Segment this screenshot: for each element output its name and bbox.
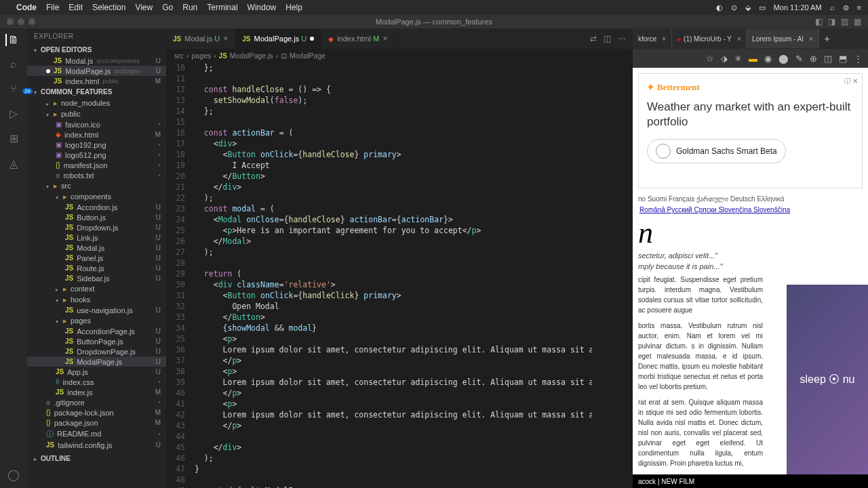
file-item[interactable]: JSDropdownPage.jsU	[27, 346, 166, 357]
search-icon[interactable]: ⌕	[10, 58, 17, 70]
scm-icon[interactable]: ⑂26	[10, 83, 17, 95]
language-links[interactable]: Română Русский Српски Slovenčina Slovenš…	[633, 205, 868, 216]
debug-icon[interactable]: ▷	[9, 107, 18, 120]
browser-tab[interactable]: ▸(1) MicroUrb - Y×	[672, 29, 747, 48]
file-item[interactable]: JStailwind.config.jsU	[27, 440, 166, 450]
folder-item[interactable]: ▸components	[27, 191, 166, 202]
bottom-ad[interactable]: acock | NEW FILM	[633, 474, 868, 488]
status-icon[interactable]: ◐	[716, 3, 723, 12]
file-item[interactable]: ▣logo192.png•	[27, 140, 166, 150]
ext-icon[interactable]: ⬒	[839, 54, 847, 64]
ext-icon[interactable]: ⬤	[778, 54, 789, 64]
browser-tab[interactable]: kforce×	[633, 29, 672, 48]
open-editor-item[interactable]: JSModalPage.jssrc/pagesU	[27, 66, 166, 76]
open-editor-item[interactable]: JSModal.jssrc/componentsU	[27, 56, 166, 66]
open-editor-item[interactable]: JSindex.htmlpublicM	[27, 76, 166, 86]
browser-page[interactable]: ⓘ ✕ ✦Betterment Weather any market with …	[633, 68, 868, 488]
outline-section[interactable]: OUTLINE	[27, 453, 166, 464]
file-item[interactable]: ≡.gitignore•	[27, 397, 166, 407]
minimap[interactable]	[592, 62, 633, 488]
folder-item[interactable]: ▸pages	[27, 315, 166, 326]
file-item[interactable]: JSSidebar.jsU	[27, 273, 166, 283]
compare-icon[interactable]: ⇄	[590, 34, 597, 43]
ext-icon[interactable]: ⊕	[810, 54, 817, 64]
wifi-icon[interactable]: ⬙	[745, 3, 751, 12]
clock[interactable]: Mon 11:20 AM	[774, 3, 822, 12]
extensions-icon[interactable]: ⊞	[9, 132, 18, 145]
file-item[interactable]: JSLink.jsU	[27, 232, 166, 243]
account-icon[interactable]: ◯	[7, 468, 20, 481]
editor-tab[interactable]: JSModal.js U×	[166, 28, 235, 49]
battery-icon[interactable]: ▭	[759, 3, 766, 12]
editor-tab[interactable]: JSModalPage.js U	[235, 28, 321, 49]
menu-window[interactable]: Window	[248, 3, 277, 12]
file-item[interactable]: ≡robots.txt•	[27, 170, 166, 180]
folder-item[interactable]: ▸hooks	[27, 294, 166, 305]
browser-tab[interactable]: Lorem Ipsum - Al×	[747, 29, 818, 48]
menu-terminal[interactable]: Terminal	[207, 3, 237, 12]
breadcrumb[interactable]: src › pages › JS ModalPage.js › ⊡ ModalP…	[166, 49, 633, 62]
file-item[interactable]: JSAccordionPage.jsU	[27, 326, 166, 336]
ad-banner[interactable]: ⓘ ✕ ✦Betterment Weather any market with …	[638, 73, 863, 188]
ad-close-icon[interactable]: ⓘ ✕	[844, 77, 859, 86]
file-item[interactable]: JSModalPage.jsU	[27, 357, 166, 367]
language-links[interactable]: no Suomi Français ქართული Deutsch Ελληνι…	[633, 194, 868, 205]
side-ad[interactable]: sleep ⦿ nu	[787, 285, 868, 474]
file-item[interactable]: JSPanel.jsU	[27, 253, 166, 263]
folder-item[interactable]: ▸public	[27, 108, 166, 119]
ext-icon[interactable]: ✎	[795, 54, 803, 64]
file-item[interactable]: JSApp.jsU	[27, 367, 166, 377]
file-item[interactable]: #index.css•	[27, 377, 166, 387]
file-item[interactable]: ◆index.htmlM	[27, 129, 166, 140]
menu-run[interactable]: Run	[182, 3, 197, 12]
editor-tab[interactable]: ◆index.html M×	[321, 28, 395, 49]
more-icon[interactable]: ⋯	[618, 34, 626, 43]
file-item[interactable]: JSButton.jsU	[27, 212, 166, 222]
file-item[interactable]: ⓘREADME.md•	[27, 428, 166, 440]
file-item[interactable]: {}package.jsonM	[27, 418, 166, 428]
menu-icon[interactable]: ⋮	[854, 54, 863, 64]
ext-icon[interactable]: ✳	[734, 54, 742, 64]
file-item[interactable]: {}manifest.json•	[27, 160, 166, 170]
siri-icon[interactable]: ≡	[857, 3, 861, 12]
file-item[interactable]: JSModal.jsU	[27, 243, 166, 253]
code-editor[interactable]: 1011121314151617181920212223242526272829…	[166, 62, 633, 488]
menu-go[interactable]: Go	[162, 3, 173, 12]
explorer-icon[interactable]: 🗎	[5, 34, 19, 46]
layout-icon[interactable]: ▥	[841, 17, 848, 26]
ext-icon[interactable]: ☆	[706, 54, 714, 64]
file-item[interactable]: JSButtonPage.jsU	[27, 336, 166, 346]
ext-icon[interactable]: ⬗	[721, 54, 728, 64]
ext-icon[interactable]: ◉	[764, 54, 772, 64]
file-item[interactable]: ▣logo512.png•	[27, 150, 166, 160]
file-item[interactable]: JSRoute.jsU	[27, 263, 166, 273]
traffic-lights[interactable]	[7, 18, 35, 25]
menu-help[interactable]: Help	[285, 3, 302, 12]
search-icon[interactable]: ⌕	[830, 3, 835, 12]
status-icon[interactable]: ⊙	[731, 3, 737, 12]
layout-icon[interactable]: ▦	[854, 17, 861, 26]
ext-icon[interactable]: ◫	[824, 54, 832, 64]
menu-edit[interactable]: Edit	[68, 3, 83, 12]
project-section[interactable]: COMMON_FEATURES	[27, 86, 166, 98]
file-item[interactable]: JSDropdown.jsU	[27, 222, 166, 232]
folder-item[interactable]: ▸node_modules	[27, 98, 166, 108]
folder-item[interactable]: ▸src	[27, 180, 166, 191]
file-item[interactable]: JSuse-navigation.jsU	[27, 305, 166, 315]
file-item[interactable]: {}package-lock.jsonM	[27, 407, 166, 418]
app-name[interactable]: Code	[16, 3, 37, 12]
menu-view[interactable]: View	[135, 3, 153, 12]
file-item[interactable]: ▣favicon.ico•	[27, 119, 166, 129]
open-editors-section[interactable]: OPEN EDITORS	[27, 44, 166, 56]
file-item[interactable]: JSAccordion.jsU	[27, 202, 166, 212]
file-item[interactable]: JSindex.jsM	[27, 387, 166, 397]
layout-icon[interactable]: ◧	[815, 17, 823, 26]
layout-icon[interactable]: ◨	[828, 17, 835, 26]
new-tab-button[interactable]: +	[819, 33, 835, 44]
control-center-icon[interactable]: ⊜	[843, 3, 849, 12]
split-icon[interactable]: ◫	[604, 34, 611, 43]
menu-file[interactable]: File	[46, 3, 59, 12]
folder-item[interactable]: ▸context	[27, 283, 166, 294]
docker-icon[interactable]: ◬	[9, 157, 18, 170]
menu-selection[interactable]: Selection	[92, 3, 125, 12]
